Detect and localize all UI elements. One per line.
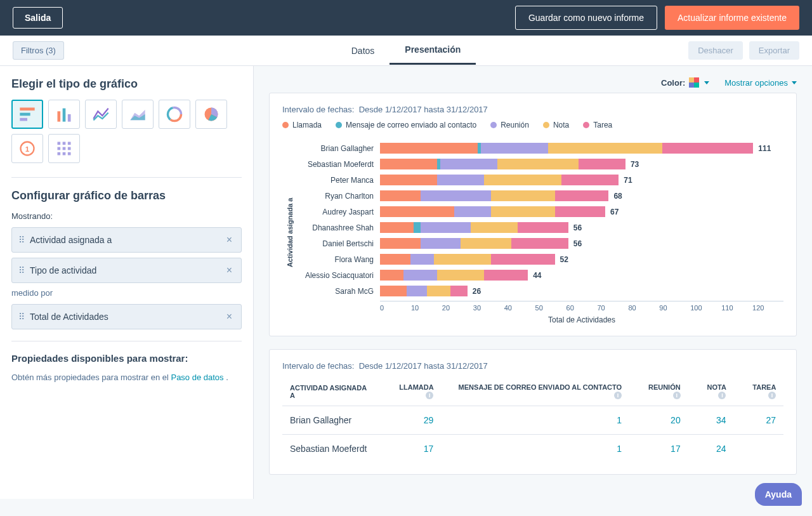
chart-bar-segment[interactable] <box>579 159 625 169</box>
chart-bar-segment[interactable] <box>403 270 437 281</box>
show-options-button[interactable]: Mostrar opciones <box>724 78 797 88</box>
tab-presentation[interactable]: Presentación <box>390 36 476 65</box>
table-cell-value[interactable]: 17 <box>629 435 688 463</box>
chart-bar-segment[interactable] <box>380 190 421 201</box>
chart-bar-segment[interactable] <box>437 175 484 185</box>
chart-bar-segment[interactable] <box>421 238 461 249</box>
chart-bar-segment[interactable] <box>440 159 497 169</box>
chart-type-hbar[interactable] <box>11 100 43 129</box>
chart-bar-segment[interactable] <box>555 206 605 217</box>
save-as-new-button[interactable]: Guardar como nuevo informe <box>515 6 657 30</box>
chart-type-pie[interactable] <box>195 100 227 129</box>
chart-type-donut[interactable] <box>159 100 190 129</box>
dimension-pill[interactable]: ⠿Tipo de actividad× <box>11 258 242 283</box>
chart-bar-segment[interactable] <box>454 206 491 217</box>
table-cell-value[interactable]: 24 <box>688 435 734 463</box>
chart-bar-segment[interactable] <box>491 206 555 217</box>
info-icon[interactable]: i <box>673 392 681 399</box>
chart-bar-segment[interactable] <box>380 175 437 185</box>
chart-bar-segment[interactable] <box>471 222 518 233</box>
chart-bar[interactable] <box>380 222 568 233</box>
chart-bar-segment[interactable] <box>662 143 753 154</box>
drag-handle-icon[interactable]: ⠿ <box>18 265 23 275</box>
drag-handle-icon[interactable]: ⠿ <box>18 312 23 322</box>
table-header[interactable]: ACTIVIDAD ASIGNADA A <box>282 377 381 406</box>
chart-bar-segment[interactable] <box>548 143 662 154</box>
table-cell-value[interactable]: 1 <box>441 406 629 435</box>
chart-bar-segment[interactable] <box>484 175 561 185</box>
chart-bar-segment[interactable] <box>497 159 578 169</box>
table-header[interactable]: NOTA i <box>688 377 734 406</box>
table-header[interactable]: MENSAJE DE CORREO ENVIADO AL CONTACTO i <box>441 377 629 406</box>
legend-item[interactable]: Llamada <box>282 121 322 129</box>
drag-handle-icon[interactable]: ⠿ <box>18 235 23 245</box>
table-cell-value[interactable]: 17 <box>381 435 442 463</box>
chart-bar[interactable] <box>380 175 619 185</box>
chart-bar-segment[interactable] <box>437 270 484 281</box>
chart-bar[interactable] <box>380 254 555 265</box>
chart-bar-segment[interactable] <box>434 254 491 265</box>
chart-bar-segment[interactable] <box>450 286 467 296</box>
chart-bar-segment[interactable] <box>380 254 410 265</box>
chart-bar-segment[interactable] <box>555 190 609 201</box>
remove-pill-icon[interactable]: × <box>224 234 235 246</box>
chart-bar-segment[interactable] <box>518 222 568 233</box>
table-header[interactable]: LLAMADA i <box>381 377 442 406</box>
chart-bar-segment[interactable] <box>481 143 548 154</box>
chart-bar-segment[interactable] <box>421 222 471 233</box>
remove-pill-icon[interactable]: × <box>224 265 235 276</box>
legend-item[interactable]: Tarea <box>583 121 612 129</box>
exit-button[interactable]: Salida <box>13 7 63 29</box>
chart-bar-segment[interactable] <box>380 159 437 169</box>
chart-bar-segment[interactable] <box>380 206 454 217</box>
chart-bar-segment[interactable] <box>491 190 555 201</box>
table-cell-value[interactable]: 29 <box>381 406 442 435</box>
chart-bar[interactable] <box>380 270 528 281</box>
chart-type-table[interactable] <box>48 134 80 163</box>
info-icon[interactable]: i <box>718 392 726 399</box>
chart-bar-segment[interactable] <box>511 238 568 249</box>
remove-pill-icon[interactable]: × <box>224 311 235 322</box>
chart-bar-segment[interactable] <box>380 238 421 249</box>
chart-bar-segment[interactable] <box>421 190 491 201</box>
legend-item[interactable]: Reunión <box>490 121 529 129</box>
table-cell-value[interactable]: 20 <box>629 406 688 435</box>
chart-type-vbar[interactable] <box>48 100 80 129</box>
table-cell-value[interactable]: 1 <box>441 435 629 463</box>
chart-bar-segment[interactable] <box>461 238 511 249</box>
chart-type-line[interactable] <box>85 100 117 129</box>
chart-bar-segment[interactable] <box>427 286 450 296</box>
data-step-link[interactable]: Paso de datos <box>171 373 223 382</box>
table-cell-value[interactable]: 27 <box>733 406 783 435</box>
help-button[interactable]: Ayuda <box>755 483 802 499</box>
chart-bar-segment[interactable] <box>410 254 434 265</box>
chart-type-area[interactable] <box>122 100 154 129</box>
filters-chip[interactable]: Filtros (3) <box>13 41 64 60</box>
chart-bar[interactable] <box>380 286 468 296</box>
chart-bar[interactable] <box>380 143 753 154</box>
table-cell-value[interactable]: 34 <box>688 406 734 435</box>
color-selector[interactable]: Color: <box>661 77 709 88</box>
info-icon[interactable]: i <box>768 392 776 399</box>
chart-bar-segment[interactable] <box>407 286 427 296</box>
chart-bar-segment[interactable] <box>380 143 478 154</box>
chart-bar-segment[interactable] <box>491 254 555 265</box>
chart-bar[interactable] <box>380 159 625 169</box>
chart-bar-segment[interactable] <box>414 222 421 233</box>
chart-bar[interactable] <box>380 238 568 249</box>
chart-bar[interactable] <box>380 190 608 201</box>
table-header[interactable]: REUNIÓN i <box>629 377 688 406</box>
measure-pill[interactable]: ⠿ Total de Actividades × <box>11 304 242 329</box>
chart-bar-segment[interactable] <box>380 270 403 281</box>
chart-bar-segment[interactable] <box>380 286 407 296</box>
chart-bar-segment[interactable] <box>380 222 414 233</box>
table-header[interactable]: TAREA i <box>733 377 783 406</box>
update-existing-button[interactable]: Actualizar informe existente <box>665 6 799 30</box>
info-icon[interactable]: i <box>614 392 622 399</box>
info-icon[interactable]: i <box>426 392 433 399</box>
legend-item[interactable]: Nota <box>543 121 569 129</box>
dimension-pill[interactable]: ⠿Actividad asignada a× <box>11 227 242 253</box>
legend-item[interactable]: Mensaje de correo enviado al contacto <box>336 121 476 129</box>
tab-data[interactable]: Datos <box>336 37 390 64</box>
chart-type-summary[interactable]: 1 <box>11 134 43 163</box>
